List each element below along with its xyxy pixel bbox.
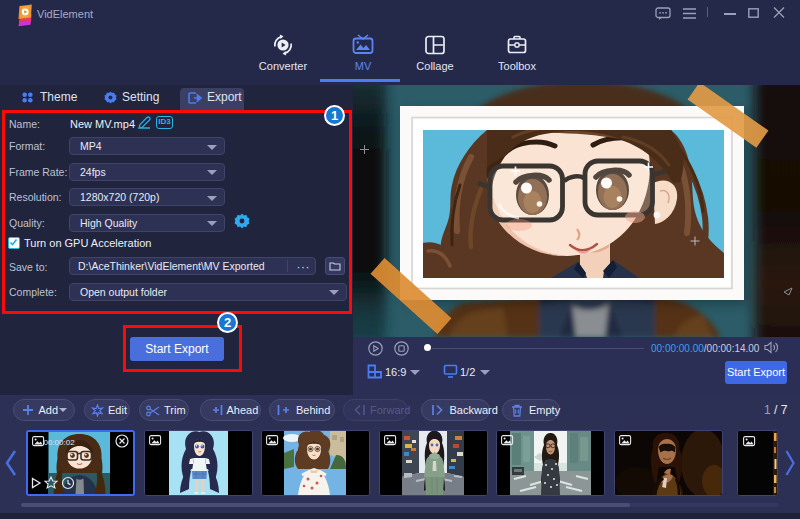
svg-text:00:00:02: 00:00:02	[44, 438, 76, 447]
